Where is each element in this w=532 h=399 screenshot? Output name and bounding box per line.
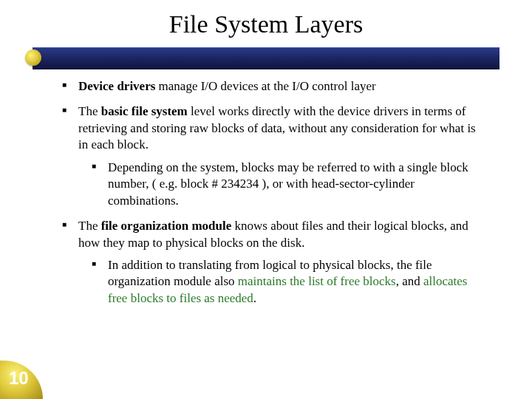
slide-content: Device drivers manage I/O devices at the… — [0, 78, 532, 307]
bullet-list: Device drivers manage I/O devices at the… — [62, 78, 488, 307]
bullet-1-strong: Device drivers — [78, 79, 155, 93]
bullet-1-text: manage I/O devices at the I/O control la… — [155, 79, 375, 93]
bullet-2-sub-1: Depending on the system, blocks may be r… — [92, 160, 488, 209]
accent-gradient — [33, 47, 499, 69]
page-number: 10 — [9, 368, 29, 389]
bullet-3-sub-1-mid: , and — [396, 274, 423, 288]
bullet-2-sublist: Depending on the system, blocks may be r… — [78, 160, 488, 209]
bullet-item-1: Device drivers manage I/O devices at the… — [62, 78, 488, 95]
bullet-3-strong: file organization module — [101, 219, 232, 233]
bullet-2-pre: The — [78, 104, 101, 118]
bullet-3-sub-1: In addition to translating from logical … — [92, 257, 488, 307]
slide-title: File System Layers — [0, 0, 532, 43]
bullet-item-2: The basic file system level works direct… — [62, 103, 488, 209]
bullet-3-sub-1-hl1: maintains the list of free blocks — [238, 274, 396, 288]
bullet-3-pre: The — [78, 219, 101, 233]
accent-dot-icon — [25, 50, 41, 66]
bullet-item-3: The file organization module knows about… — [62, 218, 488, 307]
accent-bar — [33, 47, 499, 68]
bullet-3-sublist: In addition to translating from logical … — [78, 257, 488, 307]
slide: File System Layers Device drivers manage… — [0, 0, 532, 399]
bullet-3-sub-1-post: . — [253, 291, 256, 305]
bullet-2-strong: basic file system — [101, 104, 188, 118]
